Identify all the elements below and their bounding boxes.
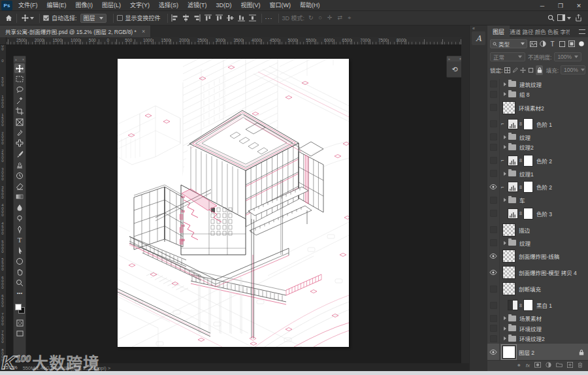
hand-tool[interactable] — [14, 267, 25, 277]
visibility-toggle[interactable] — [487, 297, 500, 314]
layer-row[interactable]: 描边 — [487, 221, 588, 238]
share-icon[interactable] — [574, 14, 583, 23]
levels-adjustment-icon[interactable] — [508, 119, 518, 129]
new-adjustment-icon[interactable] — [546, 362, 551, 369]
delete-layer-icon[interactable] — [578, 362, 583, 369]
expand-icon[interactable] — [504, 336, 506, 340]
dodge-tool[interactable] — [14, 214, 25, 223]
menu-9[interactable]: 窗口(W) — [265, 0, 296, 10]
move-tool-option-icon[interactable] — [20, 14, 29, 23]
move-tool[interactable] — [14, 63, 25, 73]
filter-smartobject-icon[interactable] — [568, 40, 576, 48]
visibility-toggle[interactable] — [487, 79, 500, 90]
blur-tool[interactable] — [14, 203, 25, 212]
layer-mask-thumbnail[interactable] — [523, 181, 533, 193]
layer-row[interactable]: 图层 2 — [487, 344, 588, 360]
menu-1[interactable]: 编辑(E) — [42, 0, 71, 10]
layer-row[interactable]: 8黑白 1 — [487, 297, 588, 314]
panel-tabs-others[interactable]: 通道 路径 颜色 色板 字符 段落 — [510, 25, 570, 37]
screen-mode-button[interactable] — [14, 329, 25, 338]
align-icon-m[interactable] — [227, 12, 234, 24]
visibility-toggle[interactable] — [487, 323, 500, 334]
lock-pixels-icon[interactable] — [512, 67, 518, 74]
layer-style-icon[interactable]: fx — [526, 363, 530, 368]
menu-10[interactable]: 帮助(H) — [295, 0, 325, 10]
filter-toggle[interactable] — [578, 40, 585, 48]
align-icon-v[interactable] — [249, 12, 256, 24]
new-layer-icon[interactable] — [567, 362, 573, 369]
lock-all-button[interactable] — [536, 65, 542, 75]
layer-mask-thumbnail[interactable] — [523, 299, 533, 311]
expand-icon[interactable] — [504, 241, 506, 245]
layer-row[interactable]: 纹理2 — [487, 142, 588, 153]
link-layers-icon[interactable]: ⚭ — [517, 363, 521, 368]
visibility-toggle[interactable] — [487, 179, 500, 195]
zoom-level[interactable]: 15.2% — [3, 365, 18, 370]
layer-mask-thumbnail[interactable] — [523, 155, 533, 167]
maximize-button[interactable]: ❐ — [551, 0, 570, 11]
menu-3[interactable]: 图层(L) — [97, 0, 125, 10]
type-tool[interactable]: T — [14, 235, 25, 244]
heal-tool[interactable] — [14, 139, 25, 148]
canvas-area[interactable]: »× T••• »× ⟲ — [7, 45, 461, 363]
visibility-toggle[interactable] — [487, 142, 500, 153]
auto-select-target-dropdown[interactable]: 图层 — [80, 14, 106, 23]
brush-tool[interactable] — [14, 149, 25, 159]
character-panel-icon[interactable]: A — [472, 31, 485, 45]
close-button[interactable]: ✕ — [570, 0, 588, 11]
frame-tool[interactable] — [14, 117, 25, 127]
visibility-toggle[interactable] — [487, 314, 500, 324]
visibility-toggle[interactable] — [487, 221, 500, 238]
levels-adjustment-icon[interactable] — [508, 155, 518, 166]
filter-shape-icon[interactable] — [559, 40, 566, 48]
visibility-toggle[interactable] — [487, 169, 500, 179]
visibility-toggle[interactable] — [487, 248, 500, 265]
shape-tool[interactable] — [14, 256, 25, 266]
expand-icon[interactable] — [504, 327, 506, 331]
crop-tool[interactable] — [14, 106, 25, 116]
history-tool[interactable] — [14, 171, 25, 180]
visibility-toggle[interactable] — [487, 116, 500, 132]
panel-menu-icon[interactable] — [579, 29, 585, 34]
tab-layers[interactable]: 图层 — [487, 25, 510, 37]
expand-icon[interactable] — [504, 145, 506, 149]
levels-adjustment-icon[interactable] — [508, 208, 518, 219]
layer-row[interactable]: 剖断填充 — [487, 281, 588, 297]
layer-row[interactable]: 环境纹理2 — [487, 334, 588, 344]
search-icon[interactable] — [546, 14, 555, 23]
layer-row[interactable]: ⌐8色阶 2 — [487, 179, 588, 195]
layer-row[interactable]: 剖面爆炸图-模型 拷贝 4 — [487, 265, 588, 281]
opacity-dropdown[interactable]: 100% — [554, 52, 581, 61]
layer-mask-thumbnail[interactable] — [523, 118, 533, 130]
expand-icon[interactable] — [504, 92, 506, 96]
marquee-tool[interactable] — [14, 74, 25, 84]
visibility-toggle[interactable] — [487, 334, 500, 344]
expand-icon[interactable] — [504, 198, 506, 202]
add-mask-icon[interactable] — [534, 362, 541, 369]
layer-thumbnail[interactable] — [502, 346, 515, 359]
menu-5[interactable]: 选择(S) — [154, 0, 183, 10]
fill-dropdown[interactable]: 100% — [561, 65, 585, 74]
history-brush-icon[interactable]: ⟲ — [447, 61, 461, 77]
visibility-toggle[interactable] — [487, 344, 500, 360]
align-icon-r[interactable] — [193, 12, 201, 24]
layer-thumbnail[interactable] — [502, 250, 515, 263]
align-icon-j[interactable] — [204, 12, 212, 24]
menu-6[interactable]: 滤镜(T) — [183, 0, 212, 10]
visibility-toggle[interactable] — [487, 205, 500, 221]
filter-pixel-icon[interactable] — [529, 40, 537, 48]
visibility-toggle[interactable] — [487, 132, 500, 142]
layer-row[interactable]: 纹理 — [487, 132, 588, 142]
visibility-toggle[interactable] — [487, 265, 500, 281]
menu-8[interactable]: 视图(V) — [237, 0, 265, 10]
bw-adjustment-icon[interactable] — [508, 300, 518, 310]
show-transform-checkbox[interactable] — [117, 15, 123, 21]
workspace-icon[interactable] — [557, 14, 566, 23]
layer-row[interactable]: 组 8 — [487, 90, 588, 100]
layer-filter-dropdown[interactable]: 类型 — [490, 39, 527, 48]
layer-row[interactable]: 场景素材 — [487, 314, 588, 324]
layer-row[interactable]: 剖面爆炸图-线稿 — [487, 248, 588, 265]
lock-transparent-icon[interactable] — [504, 67, 510, 74]
layer-row[interactable]: 建筑纹理 — [487, 79, 588, 90]
gradient-tool[interactable] — [14, 192, 25, 202]
